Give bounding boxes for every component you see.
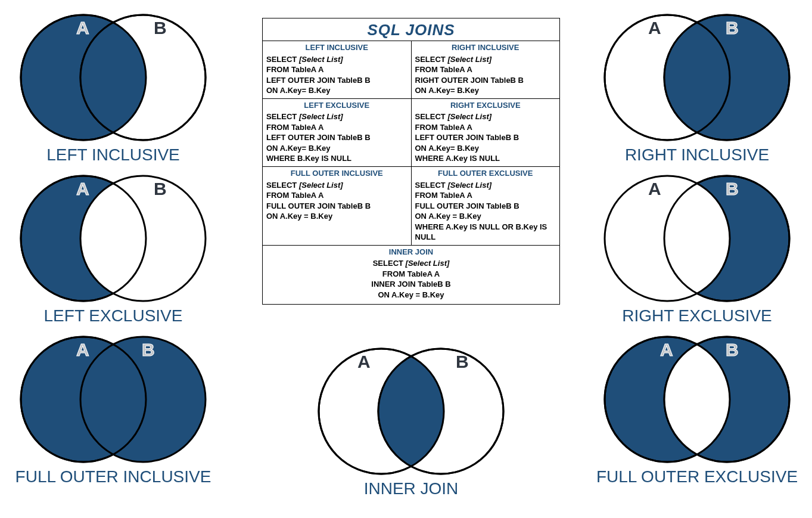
cell-title: RIGHT INCLUSIVE — [415, 42, 556, 53]
code-line: ON A.Key= B.Key — [266, 85, 407, 96]
svg-point-13 — [80, 176, 206, 301]
table-row: LEFT EXCLUSIVE SELECT [Select List] FROM… — [263, 98, 559, 166]
reference-table: SQL JOINS LEFT INCLUSIVE SELECT [Select … — [262, 18, 560, 305]
venn-left-exclusive: A B LEFT EXCLUSIVE — [12, 173, 214, 325]
code-line: ON A.Key= B.Key — [415, 85, 556, 96]
label-b: B — [456, 352, 469, 372]
code-line: SELECT [Select List] — [266, 54, 407, 65]
cell-title: FULL OUTER INCLUSIVE — [266, 168, 407, 179]
code-line: SELECT [Select List] — [266, 111, 407, 122]
cell-right-exclusive: RIGHT EXCLUSIVE SELECT [Select List] FRO… — [411, 99, 560, 166]
cell-title: INNER JOIN — [266, 247, 556, 258]
code-line: FROM TableA A — [266, 269, 556, 280]
code-line: ON A.Key= B.Key — [266, 143, 407, 154]
cell-inner-join: INNER JOIN SELECT [Select List] FROM Tab… — [263, 246, 559, 304]
caption-right-inclusive: RIGHT INCLUSIVE — [596, 145, 798, 165]
venn-full-outer-exclusive: A B FULL OUTER EXCLUSIVE — [596, 334, 798, 486]
code-line: ON A.Key= B.Key — [415, 143, 556, 154]
cell-title: RIGHT EXCLUSIVE — [415, 100, 556, 111]
label-a: A — [357, 352, 371, 372]
caption-full-outer-inclusive: FULL OUTER INCLUSIVE — [12, 467, 214, 486]
label-a: A — [76, 340, 89, 360]
code-line: SELECT [Select List] — [415, 111, 556, 122]
label-b: B — [142, 340, 155, 360]
code-line: FULL OUTER JOIN TableB B — [266, 201, 407, 212]
caption-left-inclusive: LEFT INCLUSIVE — [12, 145, 214, 165]
venn-inner-join: A B INNER JOIN — [310, 346, 512, 498]
label-b: B — [726, 340, 739, 360]
code-line: ON A.Key = B.Key — [415, 211, 556, 222]
code-line: FROM TableA A — [415, 122, 556, 133]
label-a: A — [76, 179, 89, 199]
cell-title: LEFT INCLUSIVE — [266, 42, 407, 53]
code-line: FROM TableA A — [266, 122, 407, 133]
code-line: SELECT [Select List] — [415, 180, 556, 191]
venn-right-inclusive: A B RIGHT INCLUSIVE — [596, 12, 798, 165]
venn-full-outer-inclusive: A B FULL OUTER INCLUSIVE — [12, 334, 214, 486]
label-a: A — [76, 18, 89, 38]
code-line: LEFT OUTER JOIN TableB B — [266, 75, 407, 86]
table-row: LEFT INCLUSIVE SELECT [Select List] FROM… — [263, 41, 559, 98]
venn-left-inclusive: A B LEFT INCLUSIVE — [12, 12, 214, 165]
label-b: B — [154, 179, 167, 199]
label-b: B — [154, 18, 167, 38]
label-a: A — [660, 340, 673, 360]
cell-full-outer-inclusive: FULL OUTER INCLUSIVE SELECT [Select List… — [263, 167, 411, 245]
svg-point-16 — [605, 176, 730, 301]
code-line: FULL OUTER JOIN TableB B — [415, 201, 556, 212]
cell-right-inclusive: RIGHT INCLUSIVE SELECT [Select List] FRO… — [411, 41, 560, 98]
cell-title: LEFT EXCLUSIVE — [266, 100, 407, 111]
caption-left-exclusive: LEFT EXCLUSIVE — [12, 306, 214, 325]
table-row: FULL OUTER INCLUSIVE SELECT [Select List… — [263, 166, 559, 245]
cell-left-inclusive: LEFT INCLUSIVE SELECT [Select List] FROM… — [263, 41, 411, 98]
code-line: SELECT [Select List] — [266, 180, 407, 191]
code-line: FROM TableA A — [415, 190, 556, 201]
code-line: RIGHT OUTER JOIN TableB B — [415, 75, 556, 86]
code-line: FROM TableA A — [266, 64, 407, 75]
code-line: FROM TableA A — [415, 64, 556, 75]
code-line: WHERE B.Key IS NULL — [266, 153, 407, 164]
label-b: B — [726, 18, 739, 38]
code-line: FROM TableA A — [266, 190, 407, 201]
code-line: LEFT OUTER JOIN TableB B — [266, 132, 407, 143]
table-title: SQL JOINS — [263, 18, 559, 41]
cell-full-outer-exclusive: FULL OUTER EXCLUSIVE SELECT [Select List… — [411, 167, 560, 245]
code-line: SELECT [Select List] — [266, 258, 556, 269]
caption-full-outer-exclusive: FULL OUTER EXCLUSIVE — [596, 467, 798, 486]
label-a: A — [648, 18, 661, 38]
code-line: ON A.Key = B.Key — [266, 211, 407, 222]
label-a: A — [648, 179, 661, 199]
caption-inner-join: INNER JOIN — [310, 479, 512, 498]
label-b: B — [726, 179, 739, 199]
code-line: WHERE A.Key IS NULL OR B.Key IS NULL — [415, 222, 556, 243]
code-line: SELECT [Select List] — [415, 54, 556, 65]
venn-right-exclusive: A B RIGHT EXCLUSIVE — [596, 173, 798, 325]
caption-right-exclusive: RIGHT EXCLUSIVE — [596, 306, 798, 325]
code-line: LEFT OUTER JOIN TableB B — [415, 132, 556, 143]
table-row: INNER JOIN SELECT [Select List] FROM Tab… — [263, 245, 559, 304]
code-line: WHERE A.Key IS NULL — [415, 153, 556, 164]
cell-title: FULL OUTER EXCLUSIVE — [415, 168, 556, 179]
code-line: ON A.Key = B.Key — [266, 290, 556, 300]
cell-left-exclusive: LEFT EXCLUSIVE SELECT [Select List] FROM… — [263, 99, 411, 166]
code-line: INNER JOIN TableB B — [266, 279, 556, 290]
